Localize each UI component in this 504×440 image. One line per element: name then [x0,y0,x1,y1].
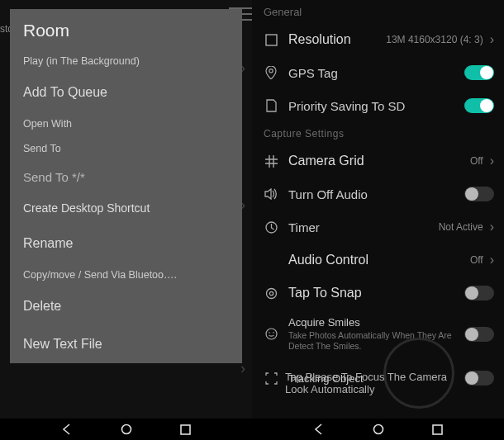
row-resolution[interactable]: Resolution 13M 4160x3120 (4: 3) › [252,23,504,56]
menu-desktop-shortcut[interactable]: Create Desktop Shortcut [10,193,242,225]
grid-label: Camera Grid [288,154,364,168]
tracking-toggle[interactable] [464,371,494,386]
grid-icon [262,155,280,168]
chevron-right-icon: › [490,220,494,234]
grid-value: Off [470,155,483,167]
row-turn-off-audio[interactable]: Turn Off Audio [252,177,504,211]
row-gps-tag[interactable]: GPS Tag [252,56,504,89]
left-screenshot: sto › › › Room Play (in The Background) … [0,0,252,419]
smiles-label: Acquire Smiles [288,316,464,329]
chevron-right-icon: › [490,32,494,47]
svg-point-6 [273,332,274,334]
context-menu: Room Play (in The Background) Add To Que… [10,9,242,363]
resolution-label: Resolution [288,32,351,47]
menu-open-with[interactable]: Open With [10,111,242,136]
svg-point-4 [266,329,277,339]
section-general: General [252,0,504,23]
row-audio-control[interactable]: Audio Control Off › [252,244,504,277]
resolution-icon [262,34,280,46]
home-button[interactable] [372,423,385,436]
svg-point-7 [121,425,131,434]
menu-title: Room [10,9,242,49]
chevron-right-icon: › [490,154,494,168]
chevron-right-icon: › [490,253,494,267]
speaker-icon [262,188,280,200]
row-priority-sd[interactable]: Priority Saving To SD [252,89,504,122]
tap-snap-toggle[interactable] [464,286,494,300]
back-button[interactable] [60,423,74,436]
home-button[interactable] [120,423,133,436]
gps-toggle[interactable] [464,65,494,80]
timer-icon [262,221,280,234]
timer-value: Not Active [439,221,483,233]
audio-off-label: Turn Off Audio [288,187,368,201]
row-camera-grid[interactable]: Camera Grid Off › [252,144,504,177]
android-nav-bar [0,419,504,440]
svg-point-3 [269,291,273,295]
svg-rect-0 [266,35,277,45]
priority-sd-label: Priority Saving To SD [288,99,405,113]
target-icon [262,287,280,300]
row-acquire-smiles[interactable]: Acquire Smiles Take Photos Automatically… [252,310,504,358]
menu-copy-move-bt[interactable]: Copy/move / Send Via Bluetoo…. [10,263,242,287]
priority-sd-toggle[interactable] [464,98,494,113]
tap-snap-label: Tap To Snap [288,286,362,300]
tracking-label: Tracking Object [288,372,364,385]
back-button[interactable] [312,423,326,436]
smile-icon [262,328,280,340]
svg-rect-8 [181,425,190,434]
menu-add-to-queue[interactable]: Add To Queue [10,73,242,111]
sd-card-icon [262,99,280,112]
recent-button[interactable] [179,423,193,436]
svg-rect-10 [433,425,442,434]
right-screenshot: General Resolution 13M 4160x3120 (4: 3) … [252,0,504,419]
menu-play-background[interactable]: Play (in The Background) [10,49,242,73]
menu-delete[interactable]: Delete [10,287,242,325]
timer-label: Timer [288,220,320,234]
svg-point-5 [269,332,270,334]
audio-off-toggle[interactable] [464,187,494,201]
svg-point-2 [266,288,276,298]
smiles-toggle[interactable] [464,327,494,342]
row-timer[interactable]: Timer Not Active › [252,211,504,244]
menu-send-to-all[interactable]: Send To */* [10,161,242,193]
menu-rename[interactable]: Rename [10,225,242,263]
recent-button[interactable] [431,423,445,436]
row-tap-to-snap[interactable]: Tap To Snap [252,277,504,310]
resolution-value: 13M 4160x3120 (4: 3) [386,34,483,45]
tracking-icon [262,372,280,385]
audio-control-label: Audio Control [288,253,368,267]
gps-label: GPS Tag [288,66,338,80]
menu-send-to[interactable]: Send To [10,136,242,161]
audio-control-value: Off [470,254,483,266]
row-tracking-object[interactable]: Tracking Object [252,358,504,391]
section-capture: Capture Settings [252,122,504,144]
svg-point-9 [373,425,383,434]
menu-new-text-file[interactable]: New Text File [10,325,242,363]
location-icon [262,66,280,79]
shutter-ring [383,338,454,409]
